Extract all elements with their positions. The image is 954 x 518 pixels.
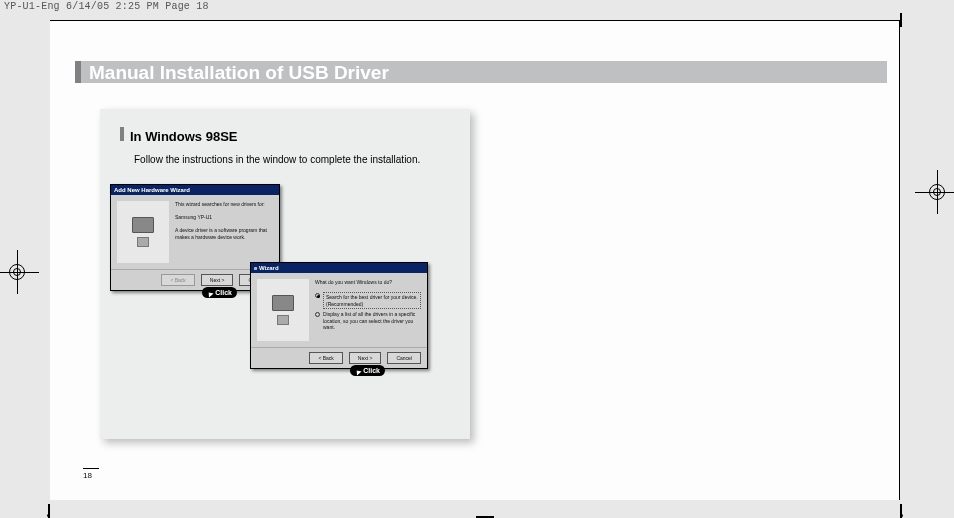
section-text: Follow the instructions in the window to…	[134, 154, 450, 165]
radio-off-icon	[315, 312, 320, 317]
crop-tick-tr	[900, 13, 902, 27]
wizard2-opt2-label: Display a list of all the drivers in a s…	[323, 311, 421, 331]
wizard1-titlebar: Add New Hardware Wizard	[111, 185, 279, 195]
radio-on-icon	[315, 293, 320, 298]
wizard1-next-button[interactable]: Next >	[201, 274, 234, 286]
section-head: In Windows 98SE	[120, 127, 450, 144]
section-accent	[120, 127, 124, 141]
wizard1-back-button[interactable]: < Back	[161, 274, 194, 286]
reg-mark-right	[915, 170, 954, 214]
print-header: YP-U1-Eng 6/14/05 2:25 PM Page 18	[4, 2, 209, 12]
title-accent	[75, 61, 81, 83]
wizard2-titlebar: e Wizard	[251, 263, 427, 273]
page-number: 18	[83, 468, 99, 480]
reg-mark-left	[0, 250, 39, 294]
wizard2-next-button[interactable]: Next >	[349, 352, 382, 364]
wizard2-option-list[interactable]: Display a list of all the drivers in a s…	[315, 311, 421, 331]
wizard2-question: What do you want Windows to do?	[315, 279, 421, 286]
corner-dot-left	[47, 514, 50, 517]
wizard2-opt1-label: Search for the best driver for your devi…	[323, 292, 421, 309]
section-title: In Windows 98SE	[130, 129, 238, 144]
title-bar: Manual Installation of USB Driver	[75, 61, 887, 83]
wizard1-device: Samsung YP-U1	[175, 214, 273, 221]
wizard2-option-recommended[interactable]: Search for the best driver for your devi…	[315, 292, 421, 309]
click-callout-2: Click	[350, 365, 385, 376]
page-title: Manual Installation of USB Driver	[89, 63, 389, 82]
corner-dot-right	[900, 514, 903, 517]
wizard1-desc: A device driver is a software program th…	[175, 227, 273, 241]
wizard2-cancel-button[interactable]: Cancel	[387, 352, 421, 364]
wizard1-lead: This wizard searches for new drivers for…	[175, 201, 273, 208]
wizard2-back-button[interactable]: < Back	[309, 352, 342, 364]
wizard2-illustration	[257, 279, 309, 341]
wizard-step-2: e Wizard What do you want Windows to do?…	[250, 262, 428, 369]
wizard1-illustration	[117, 201, 169, 263]
page: Manual Installation of USB Driver In Win…	[50, 20, 900, 500]
click-callout-1: Click	[202, 287, 237, 298]
content-card: In Windows 98SE Follow the instructions …	[100, 109, 470, 439]
